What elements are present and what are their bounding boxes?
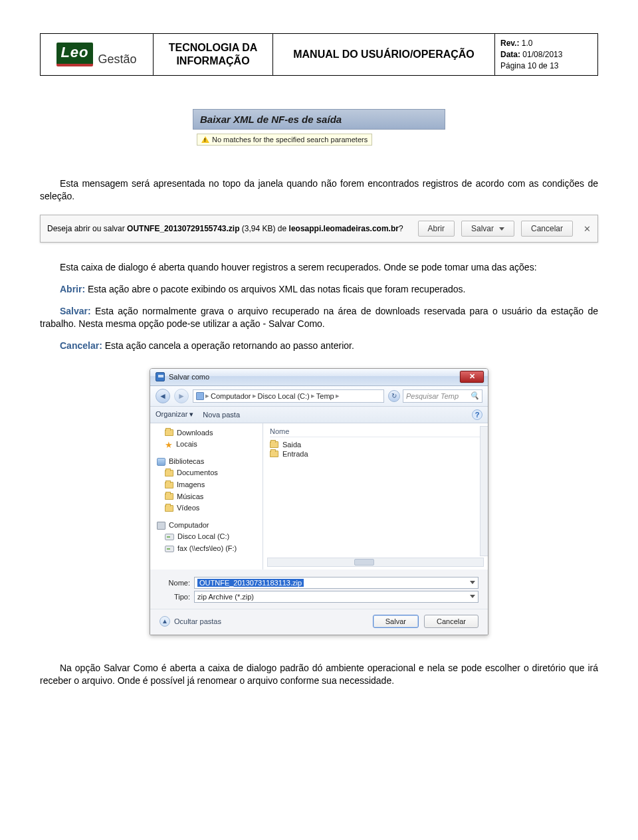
library-icon (157, 458, 165, 466)
page-total: 13 (550, 61, 558, 70)
dept-line1: TECNOLOGIA DA (159, 41, 267, 54)
column-header-name[interactable]: Nome (270, 427, 481, 437)
page-of: de (538, 61, 547, 70)
nav-back-button[interactable]: ◄ (156, 389, 170, 403)
date-value: 01/08/2013 (522, 50, 562, 59)
hide-folders-toggle[interactable]: ▲ Ocultar pastas (160, 616, 221, 627)
filename-input[interactable]: OUTNFE_20130731183113.zip (194, 577, 478, 589)
scrollbar-horizontal[interactable] (267, 558, 484, 567)
download-host: leosappi.leomadeiras.com.br (289, 224, 399, 233)
chevron-down-icon (470, 595, 475, 598)
dialog-footer: ▲ Ocultar pastas Salvar Cancelar (150, 609, 488, 635)
rev-label: Rev.: (500, 39, 519, 48)
folder-icon (165, 505, 173, 512)
page-label: Página (500, 61, 525, 70)
file-list[interactable]: Nome Saida Entrada (263, 423, 488, 570)
xml-panel-msg-area: No matches for the specified search para… (193, 130, 445, 151)
dialog-fields: Nome: OUTNFE_20130731183113.zip Tipo: zi… (150, 570, 488, 609)
department-cell: TECNOLOGIA DA INFORMAÇÃO (154, 34, 273, 76)
cancel-button[interactable]: Cancelar (521, 221, 573, 237)
open-button[interactable]: Abrir (418, 221, 455, 237)
logo-subtext: Gestão (98, 52, 137, 66)
organize-menu[interactable]: Organizar ▾ (156, 410, 193, 419)
save-as-dialog: Salvar como ✕ ◄ ► ▸ Computador ▸ Disco L… (150, 368, 488, 635)
dialog-titlebar: Salvar como ✕ (150, 369, 488, 386)
refresh-button[interactable]: ↻ (388, 390, 400, 402)
dialog-close-button[interactable]: ✕ (460, 371, 484, 383)
download-filename: OUTNFE_20130729155743.zip (127, 224, 239, 233)
scrollbar-vertical[interactable] (480, 426, 488, 556)
no-match-text: No matches for the specified search para… (212, 136, 368, 144)
doc-title: MANUAL DO USUÁRIO/OPERAÇÃO (273, 34, 495, 76)
date-label: Data: (500, 50, 520, 59)
def-cancelar: Cancelar: Esta ação cancela a operação r… (40, 340, 598, 352)
filename-label: Nome: (160, 579, 190, 587)
dialog-navbar: ◄ ► ▸ Computador ▸ Disco Local (C:) ▸ Te… (150, 386, 488, 407)
download-prompt: Deseja abrir ou salvar OUTNFE_2013072915… (47, 224, 403, 233)
search-icon: 🔍 (470, 391, 479, 400)
chevron-down-icon (470, 581, 475, 584)
drive-icon (165, 546, 174, 552)
logo-badge: Leo (56, 43, 92, 66)
crumb-folder[interactable]: Temp (316, 392, 334, 400)
folder-icon (165, 493, 173, 500)
dialog-cancel-button[interactable]: Cancelar (424, 615, 478, 628)
save-button[interactable]: Salvar (461, 221, 514, 237)
drive-icon (165, 534, 174, 540)
save-icon (156, 372, 165, 381)
meta-cell: Rev.: 1.0 Data: 01/08/2013 Página 10 de … (495, 34, 598, 76)
rev-value: 1.0 (522, 39, 533, 48)
computer-icon (157, 522, 165, 530)
screenshot-xml-bar: Baixar XML de NF-es de saída No matches … (193, 109, 445, 151)
dialog-save-button[interactable]: Salvar (373, 615, 419, 628)
paragraph-3: Na opção Salvar Como é aberta a caixa de… (40, 662, 598, 687)
paragraph-2: Esta caixa de dialogo é aberta quando ho… (40, 261, 598, 274)
folder-icon (165, 482, 173, 488)
dept-line2: INFORMAÇÃO (159, 54, 267, 68)
folder-icon (270, 441, 278, 448)
crumb-drive[interactable]: Disco Local (C:) (258, 392, 310, 400)
chevron-down-icon (499, 227, 504, 231)
chevron-up-icon: ▲ (160, 616, 170, 627)
warning-icon (201, 136, 209, 143)
folder-icon (270, 451, 278, 457)
drive-icon (196, 392, 204, 400)
close-icon[interactable]: ✕ (584, 224, 591, 234)
ie-download-bar: Deseja abrir ou salvar OUTNFE_2013072915… (40, 215, 598, 243)
list-item: Entrada (270, 449, 481, 459)
nav-forward-button[interactable]: ► (174, 389, 189, 403)
help-icon[interactable]: ? (472, 409, 482, 420)
def-salvar: Salvar: Esta ação normalmente grava o ar… (40, 305, 598, 330)
page-current: 10 (528, 61, 536, 70)
document-header: Leo Gestão TECNOLOGIA DA INFORMAÇÃO MANU… (40, 33, 598, 76)
list-item: Saida (270, 440, 481, 449)
filetype-select[interactable]: zip Archive (*.zip) (194, 591, 478, 603)
crumb-computer[interactable]: Computador (211, 392, 251, 400)
new-folder-button[interactable]: Nova pasta (203, 411, 240, 419)
folder-icon (165, 470, 173, 476)
dialog-title: Salvar como (169, 373, 209, 381)
dialog-toolbar: Organizar ▾ Nova pasta ? (150, 407, 488, 423)
xml-panel-title: Baixar XML de NF-es de saída (193, 109, 445, 130)
filetype-label: Tipo: (160, 593, 190, 601)
search-input[interactable]: Pesquisar Temp 🔍 (403, 389, 482, 403)
def-abrir: Abrir: Esta ação abre o pacote exibindo … (40, 283, 598, 296)
breadcrumb[interactable]: ▸ Computador ▸ Disco Local (C:) ▸ Temp ▸ (193, 389, 384, 403)
folder-icon (165, 429, 173, 436)
star-icon: ★ (165, 441, 173, 449)
folder-tree[interactable]: Downloads ★Locais Bibliotecas Documentos… (150, 423, 263, 570)
logo-cell: Leo Gestão (41, 34, 154, 76)
paragraph-1: Esta mensagem será apresentada no topo d… (40, 177, 598, 203)
